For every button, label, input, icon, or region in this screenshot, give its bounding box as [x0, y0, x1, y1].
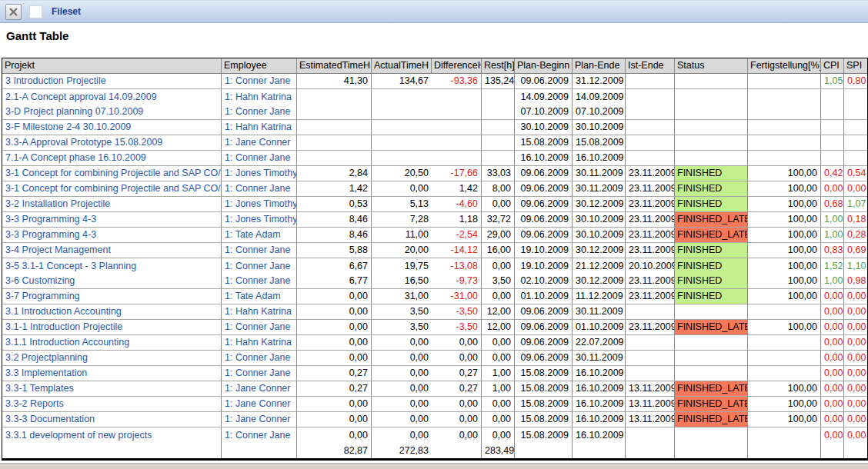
employee-link[interactable]: 1: Conner Jane [222, 151, 297, 166]
projekt-link[interactable]: 3-5 3.1-1 Concept - 3 Planning [2, 258, 222, 274]
cell-status [675, 351, 748, 366]
cell-plan_beginn: 15.08.2009 [515, 427, 573, 443]
cell-ist_ende: 23.11.2009 [626, 228, 675, 243]
table-row: 3-3 Programming 4-31: Jones Timothy8,467… [2, 212, 867, 228]
table-row: 3.3 Implementation1: Conner Jane0,270,00… [2, 366, 867, 381]
projekt-link[interactable]: 3.1 Introduction Accounting [2, 304, 222, 320]
cell-status: FINISHED [675, 274, 748, 289]
fileset-tab-label[interactable]: Fileset [52, 6, 81, 17]
cell-status: FINISHED [675, 243, 748, 258]
cell-act [372, 135, 432, 151]
totals-cell-spi [844, 443, 867, 458]
projekt-link[interactable]: 3 Introduction Projectile [2, 74, 222, 89]
employee-link[interactable]: 1: Jane Conner [222, 381, 297, 397]
cell-ist_ende: 20.10.2009 [626, 258, 675, 274]
table-row: 3.2 Projectplanning1: Conner Jane0,000,0… [2, 351, 867, 366]
employee-link[interactable]: 1: Jane Conner [222, 412, 297, 427]
employee-link[interactable]: 1: Conner Jane [222, 105, 297, 120]
totals-cell-plan_beginn [515, 443, 573, 458]
cell-plan_ende: 15.08.2009 [573, 135, 626, 151]
projekt-link[interactable]: 3-3 Programming 4-3 [2, 228, 222, 243]
employee-link[interactable]: 1: Hahn Katrina [222, 335, 297, 351]
projekt-link[interactable]: 3-7 Programming [2, 289, 222, 304]
cell-plan_beginn: 15.08.2009 [515, 135, 573, 151]
cell-status: FINISHED [675, 258, 748, 274]
employee-link[interactable]: 1: Conner Jane [222, 366, 297, 381]
employee-link[interactable]: 1: Conner Jane [222, 427, 297, 443]
projekt-link[interactable]: 3.1-1 Introduction Projectile [2, 320, 222, 335]
cell-ist_ende: 23.11.2009 [626, 197, 675, 212]
employee-link[interactable]: 1: Conner Jane [222, 74, 297, 89]
cell-status: FINISHED [675, 197, 748, 212]
projekt-link[interactable]: 3-D Project planning 07.10.2009 [2, 105, 222, 120]
employee-link[interactable]: 1: Conner Jane [222, 181, 297, 197]
cell-plan_beginn: 02.10.2009 [515, 274, 573, 289]
cell-act: 19,75 [372, 258, 432, 274]
projekt-link[interactable]: 3-2 Installation Projectile [2, 197, 222, 212]
cell-rest: 135,24 [482, 74, 515, 89]
employee-link[interactable]: 1: Tate Adam [222, 228, 297, 243]
cell-fert [748, 351, 821, 366]
employee-link[interactable]: 1: Conner Jane [222, 351, 297, 366]
cell-cpi: 1,00 [821, 274, 844, 289]
projekt-link[interactable]: 3-1 Concept for combining Projectile and… [2, 166, 222, 181]
employee-link[interactable]: 1: Hahn Katrina [222, 304, 297, 320]
table-row: 3.3-A Approval Prototype 15.08.20091: Ja… [2, 135, 867, 151]
titlebar: Fileset [0, 0, 868, 23]
cell-plan_beginn: 15.08.2009 [515, 381, 573, 397]
employee-link[interactable]: 1: Conner Jane [222, 258, 297, 274]
employee-link[interactable]: 1: Tate Adam [222, 289, 297, 304]
cell-fert [748, 120, 821, 135]
cell-plan_beginn: 01.10.2009 [515, 289, 573, 304]
projekt-link[interactable]: 3.3.1 development of new projects [2, 427, 222, 443]
cell-status: FINISHED_LATE [675, 397, 748, 412]
col-header-fert: Fertigstellung[%] [748, 58, 821, 74]
cell-plan_beginn: 09.06.2009 [515, 212, 573, 228]
employee-link[interactable]: 1: Hahn Katrina [222, 120, 297, 135]
employee-link[interactable]: 1: Conner Jane [222, 243, 297, 258]
cell-fert: 100,00 [748, 197, 821, 212]
cell-ist_ende: 23.11.2009 [626, 320, 675, 335]
cell-fert [748, 105, 821, 120]
projekt-link[interactable]: 2.1-A Concept approval 14.09.2009 [2, 89, 222, 105]
cell-cpi [821, 105, 844, 120]
projekt-link[interactable]: 3.3-1 Templates [2, 381, 222, 397]
close-button[interactable] [5, 4, 22, 20]
projekt-link[interactable]: 3.3 Implementation [2, 366, 222, 381]
cell-rest: 32,72 [482, 212, 515, 228]
projekt-link[interactable]: 3.3-A Approval Prototype 15.08.2009 [2, 135, 222, 151]
projekt-link[interactable]: 3-4 Project Management [2, 243, 222, 258]
cell-rest: 16,00 [482, 243, 515, 258]
table-row: 3-5 3.1-1 Concept - 3 Planning1: Conner … [2, 258, 867, 274]
cell-rest: 1,00 [482, 366, 515, 381]
table-row: 3.1 Introduction Accounting1: Hahn Katri… [2, 304, 867, 320]
employee-link[interactable]: 1: Jones Timothy [222, 197, 297, 212]
employee-link[interactable]: 1: Jones Timothy [222, 212, 297, 228]
employee-link[interactable]: 1: Jane Conner [222, 135, 297, 151]
projekt-link[interactable]: 3.3-3 Documentation [2, 412, 222, 427]
cell-act: 3,50 [372, 304, 432, 320]
employee-link[interactable]: 1: Hahn Katrina [222, 89, 297, 105]
table-row: 3-1 Concept for combining Projectile and… [2, 166, 867, 181]
employee-link[interactable]: 1: Conner Jane [222, 320, 297, 335]
employee-link[interactable]: 1: Jones Timothy [222, 166, 297, 181]
projekt-link[interactable]: 3.3-2 Reports [2, 397, 222, 412]
cell-est [297, 151, 372, 166]
projekt-link[interactable]: 3-3 Programming 4-3 [2, 212, 222, 228]
projekt-link[interactable]: 3.1.1 Introduction Accounting [2, 335, 222, 351]
cell-cpi: 0,00 [821, 289, 844, 304]
cell-ist_ende: 23.11.2009 [626, 212, 675, 228]
cell-diff: -31,00 [432, 289, 482, 304]
projekt-link[interactable]: 3-F Milestone 2-4 30.10.2009 [2, 120, 222, 135]
projekt-link[interactable]: 3.2 Projectplanning [2, 351, 222, 366]
employee-link[interactable]: 1: Conner Jane [222, 274, 297, 289]
totals-cell-status [675, 443, 748, 458]
cell-spi: 1,10 [844, 258, 867, 274]
employee-link[interactable]: 1: Jane Conner [222, 397, 297, 412]
cell-cpi: 0,42 [821, 166, 844, 181]
projekt-link[interactable]: 3-1 Concept for combining Projectile and… [2, 181, 222, 197]
projekt-link[interactable]: 3-6 Customizing [2, 274, 222, 289]
checkbox[interactable] [29, 5, 42, 18]
col-header-projekt: Projekt [2, 58, 222, 74]
projekt-link[interactable]: 7.1-A Concept phase 16.10.2009 [2, 151, 222, 166]
